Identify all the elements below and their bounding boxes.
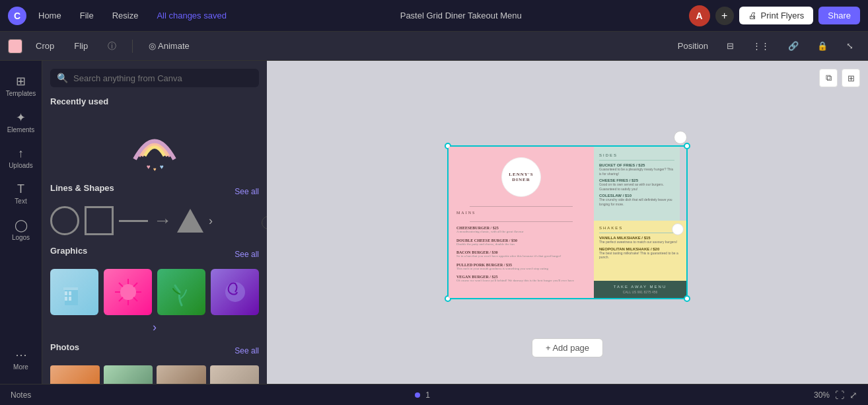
page-indicator: 1 bbox=[415, 390, 430, 400]
recently-used-title: Recently used bbox=[50, 96, 108, 106]
svg-rect-7 bbox=[65, 297, 67, 301]
sidebar-item-more[interactable]: ⋯ More bbox=[3, 342, 40, 376]
graphics-header: Graphics See all bbox=[50, 246, 259, 262]
shakes-divider bbox=[599, 233, 681, 233]
crop-button[interactable]: Crop bbox=[29, 38, 61, 54]
refresh-icon[interactable]: ↻ bbox=[672, 223, 684, 235]
sides-section: SIDES BUCKET OF FRIES / $25 Guaranteed t… bbox=[599, 153, 674, 209]
user-avatar[interactable]: A bbox=[689, 5, 710, 26]
shapes-more-button[interactable]: › bbox=[209, 214, 213, 228]
shapes-grid: → › bbox=[50, 206, 259, 235]
share-button[interactable]: Share bbox=[818, 7, 860, 24]
canvas-area: ⧉ ⊞ ↻ LENNY'S bbox=[267, 61, 868, 384]
svg-rect-6 bbox=[69, 291, 71, 295]
arrow-shape[interactable]: → bbox=[153, 210, 172, 231]
sides-item-3: COLESLAW / $10 The crunchy side dish tha… bbox=[599, 194, 674, 206]
editor-toolbar: Crop Flip ⓘ ◎ Animate Position ⊟ ⋮⋮ 🔗 🔒 … bbox=[0, 32, 868, 61]
svg-line-16 bbox=[119, 297, 123, 301]
notes-label[interactable]: Notes bbox=[11, 390, 31, 400]
sidebar-item-elements[interactable]: ✦ Elements bbox=[3, 105, 40, 139]
animate-button[interactable]: ◎ Animate bbox=[142, 38, 196, 54]
svg-line-14 bbox=[119, 283, 123, 287]
graphics-scroll-right[interactable]: › bbox=[153, 320, 157, 334]
selected-element[interactable]: ↻ LENNY'S DINER MAINS bbox=[447, 145, 688, 299]
sidebar-item-logos[interactable]: ◯ Logos bbox=[3, 213, 40, 246]
svg-line-15 bbox=[133, 283, 137, 287]
menu-divider-2 bbox=[470, 221, 573, 222]
photos-see-all[interactable]: See all bbox=[235, 346, 259, 355]
rainbow-graphic: ♥ ♥ ♥ bbox=[128, 120, 181, 172]
fullscreen-button[interactable]: ⤢ bbox=[850, 390, 857, 400]
lock-icon[interactable]: 🔒 bbox=[811, 38, 834, 54]
graphics-see-all[interactable]: See all bbox=[235, 250, 259, 259]
menu-logo-circle: LENNY'S DINER bbox=[501, 157, 541, 197]
graphic-item-2[interactable] bbox=[104, 269, 152, 315]
menu-card-container: ↻ LENNY'S DINER MAINS bbox=[447, 145, 688, 299]
sidebar-item-uploads[interactable]: ↑ Uploads bbox=[3, 141, 40, 174]
recently-used-item[interactable]: ♥ ♥ ♥ bbox=[128, 120, 181, 172]
page-dots bbox=[415, 392, 420, 398]
fit-page-button[interactable]: ⛶ bbox=[835, 390, 844, 400]
search-icon: 🔍 bbox=[57, 73, 68, 83]
search-bar: 🔍 bbox=[50, 69, 259, 87]
building-graphic bbox=[58, 276, 91, 309]
toolbar-separator bbox=[132, 40, 133, 53]
home-nav-button[interactable]: Home bbox=[32, 7, 68, 24]
shakes-item-1: VANILLA MILKSHAKE / $15 The perfect swee… bbox=[599, 236, 681, 244]
menu-item-pulled-pork: PULLED PORK BURGER / $35 This melt in yo… bbox=[456, 263, 586, 272]
photo-item-3[interactable] bbox=[157, 365, 206, 384]
align-icon[interactable]: ⊟ bbox=[720, 38, 741, 54]
photo-item-4[interactable] bbox=[210, 365, 260, 384]
link-icon[interactable]: 🔗 bbox=[781, 38, 805, 54]
sides-item-2: CHEESE FRIES / $25 Good on its own serve… bbox=[599, 178, 674, 191]
info-icon[interactable]: ⓘ bbox=[101, 37, 123, 55]
svg-text:♥: ♥ bbox=[160, 163, 164, 170]
circle-shape[interactable] bbox=[50, 206, 79, 235]
line-shape[interactable] bbox=[119, 220, 148, 222]
flip-button[interactable]: Flip bbox=[67, 38, 94, 54]
resize-nav-button[interactable]: Resize bbox=[106, 7, 145, 24]
graphic-item-1[interactable] bbox=[50, 269, 98, 315]
page-dot-active[interactable] bbox=[415, 392, 420, 398]
animate-icon: ◎ bbox=[149, 41, 158, 51]
shakes-item-2: NEOPOLITAN MILKSHAKE / $20 The best tast… bbox=[599, 247, 681, 260]
menu-item-vegan: VEGAN BURGER / $25 Of course we won't le… bbox=[456, 275, 586, 283]
svg-text:♥: ♥ bbox=[153, 166, 157, 172]
lines-shapes-header: Lines & Shapes See all bbox=[50, 183, 259, 200]
add-collaborator-button[interactable]: + bbox=[715, 7, 734, 25]
uploads-label: Uploads bbox=[9, 162, 33, 169]
autosave-status: All changes saved bbox=[150, 7, 233, 24]
position-button[interactable]: Position bbox=[671, 38, 715, 54]
panel-collapse-arrow[interactable]: ‹ bbox=[262, 216, 267, 229]
search-input[interactable] bbox=[73, 73, 252, 83]
svg-rect-8 bbox=[69, 297, 71, 301]
templates-label: Templates bbox=[6, 90, 36, 97]
color-swatch[interactable] bbox=[8, 39, 22, 54]
plant-graphic bbox=[165, 276, 198, 309]
print-icon: 🖨 bbox=[748, 11, 757, 20]
sidebar-item-text[interactable]: T Text bbox=[3, 177, 40, 210]
photo-item-2[interactable] bbox=[104, 365, 153, 384]
canva-logo[interactable]: C bbox=[8, 7, 26, 25]
zoom-level: 30% bbox=[814, 390, 830, 400]
triangle-shape[interactable] bbox=[177, 209, 203, 233]
toolbar-right: Position ⊟ ⋮⋮ 🔗 🔒 ⤡ bbox=[671, 38, 860, 54]
graphic-item-4[interactable] bbox=[211, 269, 259, 315]
add-frame-icon[interactable]: ⊞ bbox=[842, 69, 860, 87]
add-page-button[interactable]: + Add page bbox=[532, 338, 603, 357]
square-shape[interactable] bbox=[85, 206, 114, 235]
print-flyers-button[interactable]: 🖨 Print Flyers bbox=[739, 7, 814, 24]
grid-icon[interactable]: ⋮⋮ bbox=[746, 38, 776, 54]
file-nav-button[interactable]: File bbox=[73, 7, 100, 24]
lines-shapes-see-all[interactable]: See all bbox=[235, 187, 259, 196]
top-navigation: C Home File Resize All changes saved Pas… bbox=[0, 0, 868, 32]
graphic-item-3[interactable] bbox=[157, 269, 205, 315]
bottom-bar: Notes 1 30% ⛶ ⤢ bbox=[0, 384, 868, 405]
sunburst-graphic bbox=[112, 276, 145, 309]
resize-canvas-icon[interactable]: ⤡ bbox=[840, 38, 860, 54]
resize-handle-br[interactable] bbox=[684, 295, 690, 302]
graphics-title: Graphics bbox=[50, 246, 87, 256]
duplicate-icon[interactable]: ⧉ bbox=[819, 69, 838, 87]
photo-item-1[interactable] bbox=[50, 365, 100, 384]
sidebar-item-templates[interactable]: ⊞ Templates bbox=[3, 69, 40, 102]
